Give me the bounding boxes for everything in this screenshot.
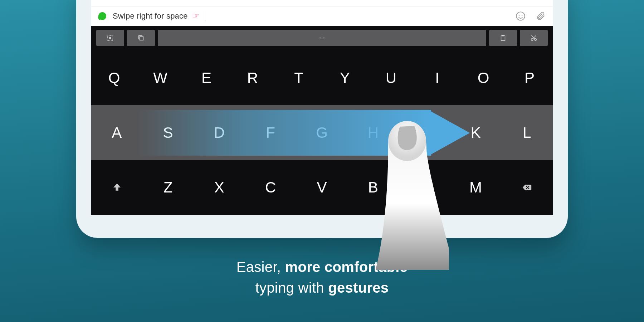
key-j[interactable]: J <box>399 105 450 160</box>
key-l[interactable]: L <box>502 105 553 160</box>
key-e[interactable]: E <box>184 50 230 105</box>
svg-rect-6 <box>501 36 505 41</box>
key-q[interactable]: Q <box>91 50 137 105</box>
key-h[interactable]: H <box>348 105 399 160</box>
key-s[interactable]: S <box>142 105 194 160</box>
key-row-home: A S D F G H J K L <box>91 105 553 160</box>
key-v[interactable]: V <box>296 160 347 215</box>
key-w[interactable]: W <box>137 50 184 105</box>
caption-bold-2: gestures <box>328 280 389 296</box>
svg-rect-7 <box>502 35 504 36</box>
key-m[interactable]: M <box>450 160 501 215</box>
key-d[interactable]: D <box>194 105 245 160</box>
caption-bold-1: more comfortable <box>285 259 408 275</box>
key-g[interactable]: G <box>296 105 347 160</box>
shift-key[interactable] <box>91 160 142 215</box>
chat-status-icon <box>98 12 106 20</box>
key-u[interactable]: U <box>368 50 414 105</box>
paperclip-icon[interactable] <box>536 11 546 21</box>
message-input-row: Swipe right for space ☞ <box>91 6 553 26</box>
emoji-icon[interactable] <box>516 11 526 21</box>
pointing-hand-icon: ☞ <box>192 11 199 21</box>
app-content-area <box>91 0 553 6</box>
svg-point-8 <box>531 39 533 41</box>
marketing-caption: Easier, more comfortable typing with ges… <box>236 257 408 298</box>
copy-button[interactable] <box>127 30 155 46</box>
key-p[interactable]: P <box>507 50 553 105</box>
key-o[interactable]: O <box>460 50 507 105</box>
input-text[interactable]: Swipe right for space <box>113 11 188 21</box>
select-all-button[interactable] <box>96 30 124 46</box>
key-k[interactable]: K <box>450 105 501 160</box>
svg-point-2 <box>522 15 523 16</box>
keyboard-toolbar <box>91 26 553 50</box>
svg-rect-4 <box>109 37 111 39</box>
svg-point-1 <box>519 15 520 16</box>
screen: Swipe right for space ☞ <box>91 0 553 215</box>
key-c[interactable]: C <box>245 160 296 215</box>
key-row-top: Q W E R T Y U I O P <box>91 50 553 105</box>
key-y[interactable]: Y <box>322 50 368 105</box>
svg-point-0 <box>516 12 525 20</box>
caption-part-1: Easier, <box>236 259 285 275</box>
tablet-frame: Swipe right for space ☞ <box>76 0 568 238</box>
cursor-center-button[interactable] <box>158 30 486 46</box>
keyboard: Q W E R T Y U I O P A S D F G <box>91 26 553 215</box>
caption-part-2: typing with <box>255 280 328 296</box>
key-b[interactable]: B <box>348 160 399 215</box>
key-t[interactable]: T <box>276 50 322 105</box>
key-i[interactable]: I <box>414 50 460 105</box>
key-row-bottom: Z X C V B N M <box>91 160 553 215</box>
cut-button[interactable] <box>520 30 548 46</box>
paste-button[interactable] <box>489 30 517 46</box>
backspace-key[interactable] <box>502 160 553 215</box>
svg-point-9 <box>535 39 537 41</box>
key-n[interactable]: N <box>399 160 450 215</box>
key-f[interactable]: F <box>245 105 296 160</box>
key-a[interactable]: A <box>91 105 142 160</box>
text-cursor <box>206 11 206 21</box>
svg-rect-5 <box>140 36 143 40</box>
key-r[interactable]: R <box>230 50 276 105</box>
key-z[interactable]: Z <box>142 160 194 215</box>
key-x[interactable]: X <box>194 160 245 215</box>
